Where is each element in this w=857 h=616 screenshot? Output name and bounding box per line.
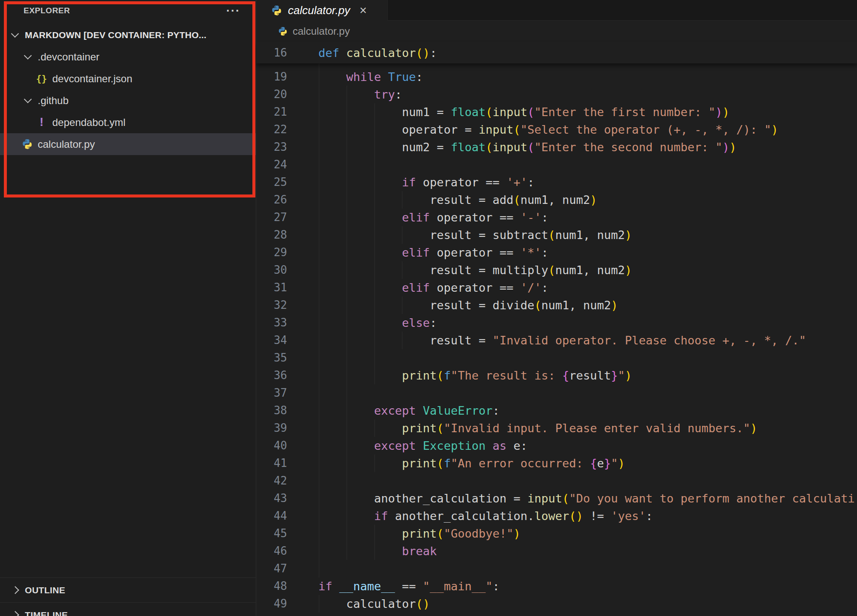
- code-line-47: 47: [256, 560, 857, 577]
- explorer-title: EXPLORER: [24, 6, 70, 15]
- code-line-38: 38 except ValueError:: [256, 402, 857, 419]
- code-line-40: 40 except Exception as e:: [256, 437, 857, 455]
- tree-item-label: .github: [38, 95, 69, 107]
- code-text: operator = input("Select the operator (+…: [318, 121, 778, 138]
- indent-guide: [347, 384, 347, 402]
- code-text: result = divide(num1, num2): [318, 296, 618, 314]
- indent-guide: [347, 472, 347, 490]
- code-text: elif operator == '*':: [318, 244, 548, 261]
- code-editor[interactable]: 1819 while True:20 try:21 num1 = float(i…: [256, 0, 857, 616]
- section-timeline[interactable]: TIMELINE: [0, 602, 256, 616]
- indent-guide: [347, 156, 347, 173]
- tree-item-devcontainer[interactable]: .devcontainer: [0, 46, 256, 68]
- close-icon[interactable]: ×: [360, 4, 367, 16]
- tree-item-label: .devcontainer: [38, 51, 99, 63]
- code-line-32: 32 result = divide(num1, num2): [256, 296, 857, 314]
- section-label: TIMELINE: [25, 610, 68, 616]
- tab-label: calculator.py: [288, 4, 350, 17]
- tree-item-github[interactable]: .github: [0, 90, 256, 111]
- chevron-down-icon: [24, 95, 31, 103]
- file-tree: MARKDOWN [DEV CONTAINER: PYTHO....devcon…: [0, 24, 256, 155]
- code-text: result = add(num1, num2): [318, 191, 597, 209]
- code-line-31: 31 elif operator == '/':: [256, 279, 857, 296]
- line-number: 23: [256, 138, 287, 156]
- line-number: 39: [256, 419, 287, 437]
- code-line-21: 21 num1 = float(input("Enter the first n…: [256, 103, 857, 121]
- section-outline[interactable]: OUTLINE: [0, 577, 256, 602]
- code-line-42: 42: [256, 472, 857, 490]
- line-number: 19: [256, 68, 287, 86]
- code-text: if operator == '+':: [318, 173, 534, 191]
- line-number: 37: [256, 384, 287, 402]
- line-number: 28: [256, 226, 287, 244]
- code-text: num1 = float(input("Enter the first numb…: [318, 103, 729, 121]
- breadcrumb[interactable]: calculator.py: [256, 21, 857, 42]
- code-text: def calculator():: [318, 44, 437, 62]
- tree-item-markdown-dev-container-pytho[interactable]: MARKDOWN [DEV CONTAINER: PYTHO...: [0, 24, 256, 46]
- indent-guide: [375, 349, 375, 367]
- line-number: 49: [256, 595, 287, 613]
- tree-item-devcontainer-json[interactable]: {}devcontainer.json: [0, 68, 256, 90]
- code-text: print("Invalid input. Please enter valid…: [318, 419, 757, 437]
- line-number: 48: [256, 577, 287, 595]
- code-line-39: 39 print("Invalid input. Please enter va…: [256, 419, 857, 437]
- line-number: 33: [256, 314, 287, 332]
- code-line-25: 25 if operator == '+':: [256, 173, 857, 191]
- code-text: result = "Invalid operator. Please choos…: [318, 332, 806, 349]
- code-text: result = multiply(num1, num2): [318, 261, 632, 279]
- code-line-44: 44 if another_calculation.lower() != 'ye…: [256, 507, 857, 525]
- indent-guide: [319, 384, 319, 402]
- chevron-right-icon: [11, 586, 19, 594]
- tree-item-calculator-py[interactable]: calculator.py: [0, 133, 256, 155]
- indent-guide: [319, 156, 319, 173]
- code-line-27: 27 elif operator == '-':: [256, 209, 857, 226]
- line-number: 46: [256, 542, 287, 560]
- indent-guide: [319, 560, 319, 577]
- code-line-30: 30 result = multiply(num1, num2): [256, 261, 857, 279]
- code-text: result = subtract(num1, num2): [318, 226, 632, 244]
- code-text: while True:: [318, 68, 423, 86]
- line-number: 24: [256, 156, 287, 173]
- python-icon: [278, 26, 288, 36]
- line-number: 25: [256, 173, 287, 191]
- indent-guide: [319, 349, 319, 367]
- python-icon: [271, 5, 282, 16]
- code-line-37: 37: [256, 384, 857, 402]
- dependabot-icon: !: [40, 116, 44, 129]
- code-line-50: 50: [256, 613, 857, 616]
- code-text: except Exception as e:: [318, 437, 527, 455]
- code-line-46: 46 break: [256, 542, 857, 560]
- line-number: 26: [256, 191, 287, 209]
- code-line-45: 45 print("Goodbye!"): [256, 525, 857, 542]
- line-number: 38: [256, 402, 287, 419]
- code-line-41: 41 print(f"An error occurred: {e}"): [256, 455, 857, 472]
- code-text: if __name__ == "__main__":: [318, 577, 500, 595]
- sidebar-sections: OUTLINE TIMELINE: [0, 577, 256, 616]
- line-number: 32: [256, 296, 287, 314]
- sticky-code-line: 16def calculator():: [256, 44, 857, 62]
- code-text: calculator(): [318, 595, 430, 613]
- code-text: print(f"The result is: {result}"): [318, 367, 632, 384]
- code-text: try:: [318, 86, 402, 103]
- python-icon: [21, 138, 33, 150]
- line-number: 16: [256, 44, 287, 62]
- code-text: elif operator == '-':: [318, 209, 548, 226]
- code-text: another_calculation = input("Do you want…: [318, 490, 855, 507]
- tab-calculator-py[interactable]: calculator.py ×: [256, 0, 388, 21]
- code-line-23: 23 num2 = float(input("Enter the second …: [256, 138, 857, 156]
- line-number: 21: [256, 103, 287, 121]
- line-number: 27: [256, 209, 287, 226]
- code-line-24: 24: [256, 156, 857, 173]
- explorer-sidebar: EXPLORER ··· MARKDOWN [DEV CONTAINER: PY…: [0, 0, 256, 616]
- explorer-header: EXPLORER ···: [24, 3, 240, 18]
- tree-item-dependabot-yml[interactable]: !dependabot.yml: [0, 111, 256, 133]
- line-number: 30: [256, 261, 287, 279]
- line-number: 31: [256, 279, 287, 296]
- code-text: elif operator == '/':: [318, 279, 548, 296]
- code-text: break: [318, 542, 437, 560]
- ellipsis-icon[interactable]: ···: [226, 6, 240, 15]
- line-number: 29: [256, 244, 287, 261]
- vscode-window: 1819 while True:20 try:21 num1 = float(i…: [0, 0, 857, 616]
- sticky-scroll-line[interactable]: 16def calculator():: [256, 42, 857, 63]
- code-line-43: 43 another_calculation = input("Do you w…: [256, 490, 857, 507]
